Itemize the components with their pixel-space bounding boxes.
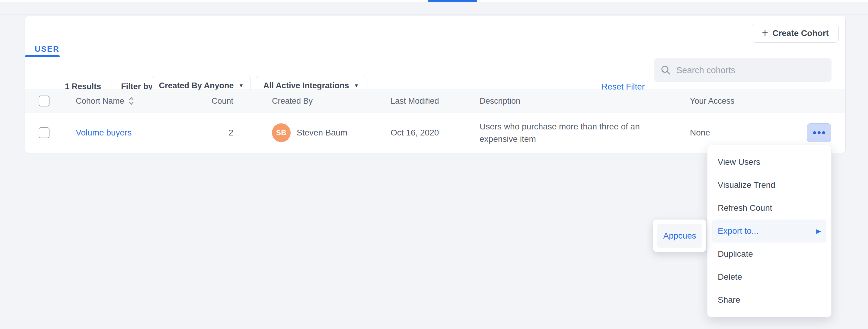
created-by-filter-label: Created By Anyone: [159, 81, 234, 90]
search-cohorts-input[interactable]: [676, 65, 825, 75]
row-checkbox[interactable]: [39, 127, 50, 138]
menu-item-duplicate[interactable]: Duplicate: [707, 243, 831, 266]
cohorts-card: USER + Create Cohort 1 Results Filter by…: [25, 16, 846, 153]
create-cohort-button[interactable]: + Create Cohort: [752, 24, 839, 43]
search-icon: [661, 65, 671, 75]
create-cohort-label: Create Cohort: [772, 28, 829, 38]
cohort-name-link[interactable]: Volume buyers: [76, 128, 132, 138]
header-cohort-name[interactable]: Cohort Name: [76, 90, 134, 112]
select-all-checkbox[interactable]: [39, 95, 50, 106]
row-actions-button[interactable]: [807, 124, 831, 142]
tab-bar: USER + Create Cohort: [25, 16, 845, 57]
dot-icon: [813, 131, 816, 134]
header-your-access[interactable]: Your Access: [690, 90, 735, 112]
dot-icon: [822, 131, 825, 134]
row-actions-menu: View Users Visualize Trend Refresh Count…: [707, 145, 832, 317]
created-by-name: Steven Baum: [297, 128, 347, 138]
menu-item-visualize-trend[interactable]: Visualize Trend: [707, 173, 831, 196]
header-created-by[interactable]: Created By: [272, 90, 313, 112]
menu-item-refresh-count[interactable]: Refresh Count: [707, 196, 831, 220]
caret-down-icon: ▼: [354, 83, 359, 89]
tab-user[interactable]: USER: [35, 45, 59, 54]
header-description[interactable]: Description: [479, 90, 661, 112]
caret-down-icon: ▼: [239, 83, 244, 89]
export-to-submenu: Appcues: [653, 220, 706, 252]
search-cohorts-box[interactable]: [654, 58, 832, 82]
menu-item-delete[interactable]: Delete: [707, 266, 831, 289]
header-last-modified[interactable]: Last Modified: [391, 90, 439, 112]
sort-icon[interactable]: [128, 96, 134, 106]
plus-icon: +: [762, 28, 768, 38]
integrations-filter-label: All Active Integrations: [264, 81, 349, 90]
submenu-item-appcues[interactable]: Appcues: [657, 224, 702, 248]
top-divider: [0, 14, 868, 15]
access-value: None: [690, 112, 710, 153]
last-modified-date: Oct 16, 2020: [391, 112, 439, 153]
cohort-count: 2: [209, 112, 233, 153]
menu-item-view-users[interactable]: View Users: [707, 150, 831, 173]
tab-user-underline: [25, 55, 60, 57]
active-tab-indicator: [428, 0, 477, 2]
avatar: SB: [272, 124, 291, 142]
table-header-row: Cohort Name Count Created By Last Modifi…: [25, 89, 845, 112]
cohort-description: Users who purchase more than three of an…: [479, 120, 661, 145]
submenu-arrow-icon: ▶: [816, 227, 821, 235]
dot-icon: [817, 131, 820, 134]
menu-item-share[interactable]: Share: [707, 289, 831, 311]
export-to-label: Export to...: [718, 226, 758, 236]
menu-item-export-to[interactable]: Export to... ▶: [712, 220, 826, 243]
header-count[interactable]: Count: [209, 90, 233, 112]
